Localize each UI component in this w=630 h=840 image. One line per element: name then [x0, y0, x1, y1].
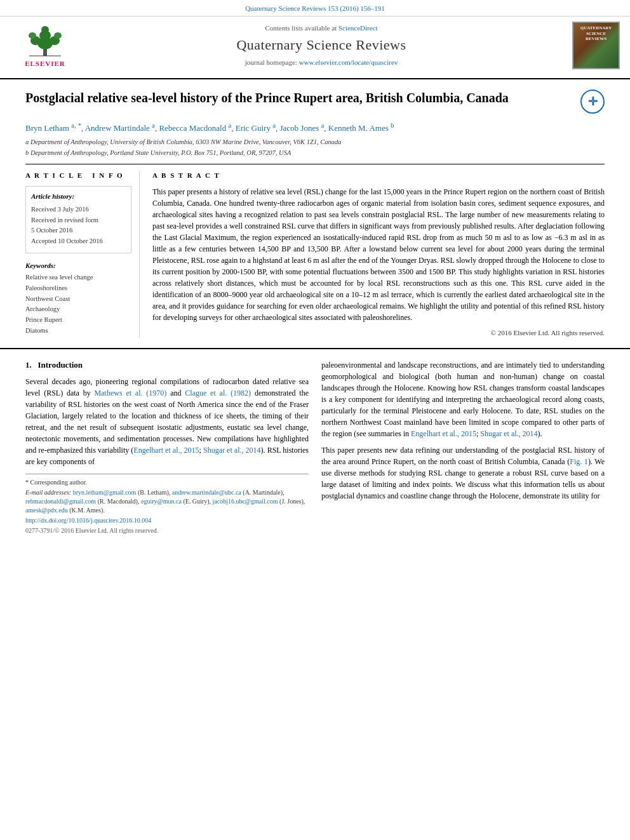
keyword-3: Northwest Coast [25, 295, 131, 304]
issn-line: 0277-3791/© 2016 Elsevier Ltd. All right… [25, 526, 309, 535]
shugar-link-2[interactable]: Shugar et al., 2014 [480, 429, 537, 438]
email-letham[interactable]: bryn.letham@gmail.com [73, 489, 137, 496]
keywords-box: Keywords: Relative sea level change Pale… [25, 261, 131, 336]
crossmark-icon: ✛ [580, 90, 605, 114]
engelhart-link-1[interactable]: Engelhart et al., 2015 [133, 446, 199, 455]
main-col-right: paleoenvironmental and landscape reconst… [321, 359, 605, 535]
journal-center: Contents lists available at ScienceDirec… [80, 23, 563, 68]
main-two-col: 1. Introduction Several decades ago, pio… [25, 359, 605, 535]
email-jones[interactable]: jacobj16.ubc@gmail.com [212, 498, 278, 505]
body-para-2: paleoenvironmental and landscape reconst… [321, 359, 605, 439]
journal-header: Quaternary Science Reviews 153 (2016) 15… [0, 0, 630, 79]
authors-list: Bryn Letham a, *, Andrew Martindale a, R… [25, 120, 605, 134]
article-history-box: Article history: Received 3 July 2016 Re… [25, 186, 131, 253]
author-andrew: Andrew Martindale a, [85, 123, 159, 133]
received-revised-label: Received in revised form [31, 216, 126, 225]
article-title: Postglacial relative sea-level history o… [25, 90, 574, 106]
keyword-2: Paleoshorelines [25, 284, 131, 293]
clague-link[interactable]: Clague et al. (1982) [185, 389, 251, 397]
elsevier-name-text: ELSEVIER [25, 59, 65, 69]
elsevier-logo: ELSEVIER [10, 23, 80, 69]
doi-link[interactable]: http://dx.doi.org/10.1016/j.quascirev.20… [25, 517, 151, 524]
article-info-heading: A R T I C L E I N F O [25, 171, 131, 180]
footnote-area: * Corresponding author. E-mail addresses… [25, 474, 309, 535]
author-eric: Eric Guiry a, [236, 123, 280, 133]
journal-homepage: journal homepage: www.elsevier.com/locat… [80, 58, 563, 67]
body-para-3: This paper presents new data refining ou… [321, 444, 605, 502]
accepted-date: Accepted 10 October 2016 [31, 237, 126, 246]
article-header: Postglacial relative sea-level history o… [0, 79, 630, 349]
body-para-1: Several decades ago, pioneering regional… [25, 376, 309, 467]
footnote-emails: E-mail addresses: bryn.letham@gmail.com … [25, 488, 309, 515]
abstract-column: A B S T R A C T This paper presents a hi… [152, 171, 605, 338]
mathews-link[interactable]: Mathews et al. (1970) [95, 389, 167, 397]
email-macdonald[interactable]: rebmacdonaldi@gmail.com [25, 498, 96, 505]
svg-point-7 [54, 32, 62, 39]
journal-citation: Quaternary Science Reviews 153 (2016) 15… [245, 4, 385, 12]
journal-badge-area: QUATERNARYSCIENCEREVIEWS [563, 22, 620, 69]
keyword-1: Relative sea level change [25, 273, 131, 283]
received-date: Received 3 July 2016 [31, 205, 126, 215]
abstract-text: This paper presents a history of relativ… [152, 186, 605, 323]
email-guiry[interactable]: eguiry@mun.ca [141, 498, 182, 505]
contents-availability: Contents lists available at ScienceDirec… [80, 23, 563, 33]
keyword-4: Archaeology [25, 305, 131, 314]
svg-point-6 [29, 32, 36, 39]
article-info-column: A R T I C L E I N F O Article history: R… [25, 171, 140, 338]
affiliations: a Department of Anthropology, University… [25, 138, 605, 157]
engelhart-link-2[interactable]: Engelhart et al., 2015 [411, 429, 476, 438]
elsevier-tree-icon [23, 23, 67, 58]
keywords-title: Keywords: [25, 261, 131, 270]
article-title-area: Postglacial relative sea-level history o… [25, 90, 605, 114]
copyright-notice: © 2016 Elsevier Ltd. All rights reserved… [152, 328, 605, 338]
abstract-heading: A B S T R A C T [152, 171, 605, 180]
journal-top-bar: Quaternary Science Reviews 153 (2016) 15… [0, 0, 630, 17]
footnote-corresponding: * Corresponding author. [25, 478, 309, 487]
journal-title-area: ELSEVIER Contents lists available at Sci… [0, 17, 630, 74]
crossmark-badge[interactable]: ✛ [580, 90, 605, 114]
author-rebecca: Rebecca Macdonald a, [159, 123, 235, 133]
sciencedirect-link[interactable]: ScienceDirect [338, 24, 378, 32]
page: Quaternary Science Reviews 153 (2016) 15… [0, 0, 630, 840]
author-bryn: Bryn Letham a, *, [25, 123, 85, 133]
fig1-link[interactable]: Fig. 1 [570, 457, 588, 466]
journal-homepage-link[interactable]: www.elsevier.com/locate/quascirev [299, 58, 398, 66]
main-body: 1. Introduction Several decades ago, pio… [0, 349, 630, 545]
main-col-left: 1. Introduction Several decades ago, pio… [25, 359, 309, 535]
affil-b: b Department of Anthropology, Portland S… [25, 149, 605, 158]
keyword-5: Prince Rupert [25, 316, 131, 325]
elsevier-logo-area: ELSEVIER [10, 23, 80, 69]
doi-line[interactable]: http://dx.doi.org/10.1016/j.quascirev.20… [25, 516, 309, 525]
email-martindale[interactable]: andrew.martindale@ubc.ca [172, 489, 241, 496]
email-ames[interactable]: amesk@pdx.edu [25, 507, 68, 514]
affil-a: a Department of Anthropology, University… [25, 138, 605, 147]
article-info-abstract: A R T I C L E I N F O Article history: R… [25, 164, 605, 338]
qsr-badge-text: QUATERNARYSCIENCEREVIEWS [575, 25, 617, 41]
keyword-6: Diatoms [25, 326, 131, 336]
qsr-badge: QUATERNARYSCIENCEREVIEWS [572, 22, 620, 69]
section1-number: 1. [25, 360, 32, 370]
section1-title: 1. Introduction [25, 359, 309, 371]
section1-heading: Introduction [38, 360, 83, 370]
shugar-link-1[interactable]: Shugar et al., 2014 [203, 446, 261, 455]
journal-main-title: Quaternary Science Reviews [80, 36, 563, 55]
revised-date: 5 October 2016 [31, 226, 126, 236]
article-history-title: Article history: [31, 192, 126, 201]
svg-point-3 [41, 26, 49, 34]
author-kenneth: Kenneth M. Ames b [328, 123, 394, 133]
author-jacob: Jacob Jones a, [280, 123, 328, 133]
